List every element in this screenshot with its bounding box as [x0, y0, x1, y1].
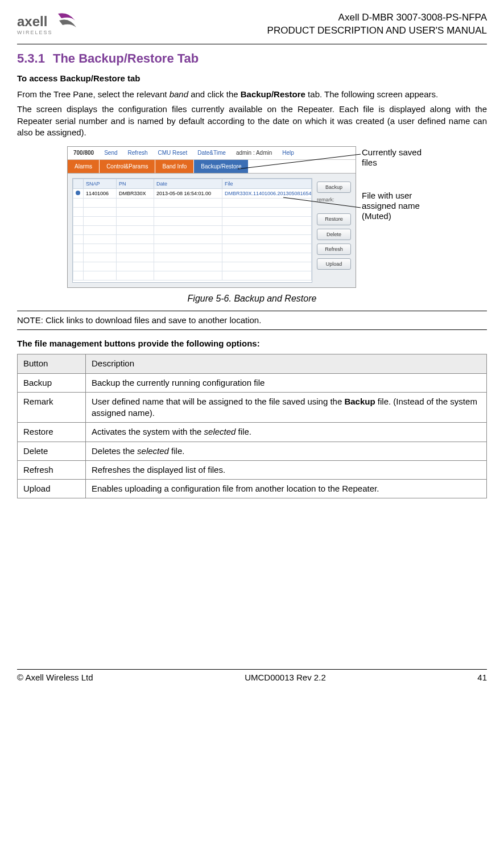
row-delete: Delete Deletes the selected file.: [18, 442, 487, 460]
col-radio: [73, 179, 84, 189]
tab-band-info[interactable]: Band Info: [155, 160, 194, 174]
table-heading: The file management buttons provide the …: [17, 338, 487, 349]
footer-left: © Axell Wireless Ltd: [17, 672, 93, 683]
link-datetime[interactable]: Date&Time: [197, 149, 226, 157]
paragraph-2: The screen displays the configuration fi…: [17, 104, 487, 138]
page-header: axell WIRELESS Axell D-MBR 3007-3008-PS-…: [17, 10, 487, 44]
svg-text:WIRELESS: WIRELESS: [17, 30, 53, 35]
tab-backup-restore[interactable]: Backup/Restore: [194, 160, 249, 174]
delete-button[interactable]: Delete: [317, 229, 351, 240]
tab-row: Alarms Control&Params Band Info Backup/R…: [68, 160, 356, 174]
radio-icon[interactable]: [76, 191, 80, 195]
col-snap: SNAP: [84, 179, 117, 189]
admin-label: admin : Admin: [236, 149, 272, 157]
header-line2: PRODUCT DESCRIPTION AND USER'S MANUAL: [86, 24, 487, 38]
annotation-user-file: File with user assigned name (Muted): [362, 191, 420, 221]
col-date: Date: [154, 179, 222, 189]
band-label: 700/800: [73, 149, 94, 157]
file-table: SNAP PN Date File 11401006 DMBR330X 2013…: [72, 178, 312, 283]
screenshot: 700/800 Send Refresh CMU Reset Date&Time…: [67, 146, 356, 288]
refresh-button[interactable]: Refresh: [317, 244, 351, 255]
tab-control-params[interactable]: Control&Params: [100, 160, 155, 174]
th-description: Description: [86, 354, 487, 373]
link-send[interactable]: Send: [104, 149, 117, 157]
footer-right: 41: [477, 672, 487, 683]
options-table: Button Description Backup Backup the cur…: [17, 354, 487, 498]
side-panel: Backup remark: Restore Delete Refresh Up…: [317, 178, 351, 283]
header-line1: Axell D-MBR 3007-3008-PS-NFPA: [86, 11, 487, 24]
tab-alarms[interactable]: Alarms: [68, 160, 100, 174]
access-subhead: To access Backup/Restore tab: [17, 73, 487, 84]
note: NOTE: Click links to download files and …: [17, 311, 487, 330]
remark-label: remark:: [317, 196, 351, 203]
file-link[interactable]: DMBR330X.11401006.20130508165401.csv: [222, 189, 312, 199]
row-refresh: Refresh Refreshes the displayed list of …: [18, 460, 487, 479]
paragraph-1: From the Tree Pane, select the relevant …: [17, 89, 487, 100]
logo: axell WIRELESS: [17, 10, 80, 40]
restore-button[interactable]: Restore: [317, 213, 351, 225]
svg-text:axell: axell: [17, 14, 47, 29]
section-heading: 5.3.1The Backup/Restore Tab: [17, 50, 487, 67]
annotation-saved-files: Currently saved files: [362, 147, 437, 168]
col-pn: PN: [117, 179, 154, 189]
row-backup: Backup Backup the currently running conf…: [18, 373, 487, 392]
screenshot-topbar: 700/800 Send Refresh CMU Reset Date&Time…: [68, 147, 356, 160]
row-restore: Restore Activates the system with the se…: [18, 423, 487, 442]
figure-caption: Figure 5-6. Backup and Restore: [17, 292, 487, 305]
figure-container: 700/800 Send Refresh CMU Reset Date&Time…: [67, 146, 437, 288]
link-help[interactable]: Help: [282, 149, 294, 157]
col-file: File: [222, 179, 312, 189]
th-button: Button: [18, 354, 86, 373]
footer-center: UMCD00013 Rev 2.2: [245, 672, 326, 683]
link-refresh[interactable]: Refresh: [128, 149, 148, 157]
row-upload: Upload Enables uploading a configuration…: [18, 480, 487, 498]
page-footer: © Axell Wireless Ltd UMCD00013 Rev 2.2 4…: [17, 669, 487, 683]
backup-button[interactable]: Backup: [317, 182, 351, 193]
table-row[interactable]: 11401006 DMBR330X 2013-05-08 16:54:01.00…: [73, 189, 312, 199]
link-cmu-reset[interactable]: CMU Reset: [158, 149, 188, 157]
upload-button[interactable]: Upload: [317, 258, 351, 270]
row-remark: Remark User defined name that will be as…: [18, 392, 487, 423]
